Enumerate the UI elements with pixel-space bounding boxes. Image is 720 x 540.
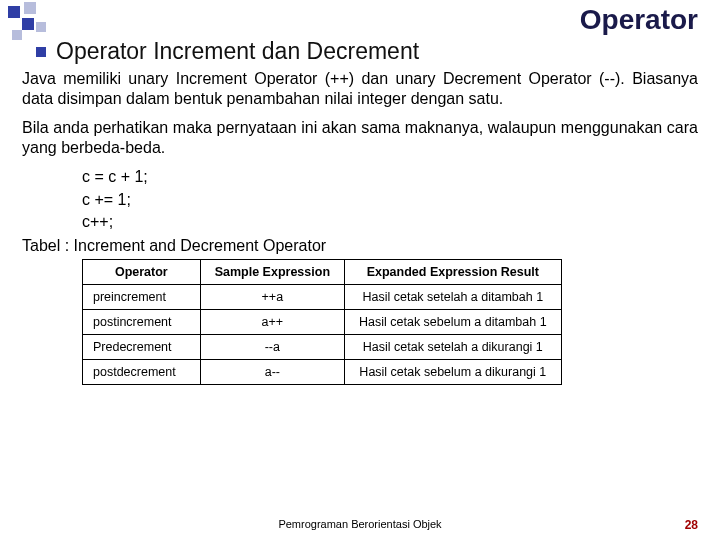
cell-op: postincrement	[83, 310, 201, 335]
cell-result: Hasil cetak setelah a dikurangi 1	[345, 335, 562, 360]
page-number: 28	[685, 518, 698, 532]
paragraph-1: Java memiliki unary Increment Operator (…	[22, 69, 698, 110]
cell-sample: ++a	[200, 285, 344, 310]
table-header-row: Operator Sample Expression Expanded Expr…	[83, 260, 562, 285]
th-operator: Operator	[83, 260, 201, 285]
table-row: preincrement ++a Hasil cetak setelah a d…	[83, 285, 562, 310]
cell-op: postdecrement	[83, 360, 201, 385]
code-line-2: c += 1;	[82, 190, 698, 211]
code-line-3: c++;	[82, 212, 698, 233]
table-row: Predecrement --a Hasil cetak setelah a d…	[83, 335, 562, 360]
cell-sample: --a	[200, 335, 344, 360]
cell-op: preincrement	[83, 285, 201, 310]
footer-text: Pemrograman Berorientasi Objek	[0, 518, 720, 530]
cell-op: Predecrement	[83, 335, 201, 360]
code-line-1: c = c + 1;	[82, 167, 698, 188]
paragraph-2: Bila anda perhatikan maka pernyataan ini…	[22, 118, 698, 159]
cell-sample: a++	[200, 310, 344, 335]
th-sample: Sample Expression	[200, 260, 344, 285]
table-row: postdecrement a-- Hasil cetak sebelum a …	[83, 360, 562, 385]
slide-heading: Operator Increment dan Decrement	[56, 38, 419, 65]
cell-result: Hasil cetak sebelum a dikurangi 1	[345, 360, 562, 385]
operator-table: Operator Sample Expression Expanded Expr…	[82, 259, 562, 385]
cell-result: Hasil cetak setelah a ditambah 1	[345, 285, 562, 310]
brand-title: Operator	[22, 4, 698, 36]
cell-result: Hasil cetak sebelum a ditambah 1	[345, 310, 562, 335]
table-row: postincrement a++ Hasil cetak sebelum a …	[83, 310, 562, 335]
cell-sample: a--	[200, 360, 344, 385]
heading-row: Operator Increment dan Decrement	[36, 38, 698, 65]
th-result: Expanded Expression Result	[345, 260, 562, 285]
deco-squares	[0, 0, 70, 54]
table-caption: Tabel : Increment and Decrement Operator	[22, 237, 698, 255]
